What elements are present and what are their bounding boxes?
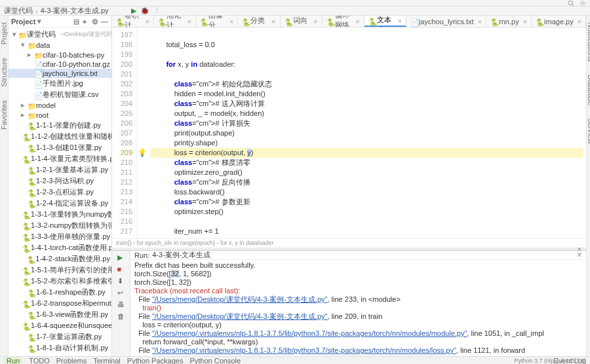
favorites-tool-tab[interactable]: Favorites [0,98,8,132]
status-todo[interactable]: TODO [29,357,50,365]
tree-file[interactable]: 🐍1-1-4-张量元素类型转换.py [9,153,111,164]
close-tab-icon[interactable]: × [355,18,359,26]
python-file-icon: 🐍 [536,18,542,25]
run-console[interactable]: Run: 4-3-案例-文本生成 ✕ Prefix dict has been … [130,251,586,356]
print-icon[interactable]: 🖶 [117,300,125,308]
gear-icon[interactable] [580,0,586,7]
close-tab-icon[interactable]: × [523,18,527,26]
tree-root[interactable]: ▾ 📁 课堂代码 ~/Desktop/课堂代码 [9,29,111,40]
search-icon[interactable] [568,0,574,7]
status-python-console[interactable]: Python Console [189,357,241,365]
status-terminal[interactable]: Terminal [93,357,121,365]
tree-folder[interactable]: ▸📁model [9,100,111,110]
svg-point-0 [568,1,572,5]
stop-icon[interactable]: ■ [117,265,125,273]
close-tab-icon[interactable]: × [271,18,275,26]
tree-file[interactable]: 🐍1-6-1-reshape函数.py [9,287,111,298]
close-tab-icon[interactable]: × [187,18,191,26]
code-editor[interactable]: total_loss = 0.0 for x, y in dataloader:… [148,27,586,238]
editor-tab[interactable]: 🐍rnn.py× [486,16,532,27]
console-output[interactable]: Prefix dict has been built successfully.… [130,260,586,356]
editor-breadcrumb[interactable]: train() › for epoch_idx in range(epoch) … [112,238,586,247]
tree-file[interactable]: 🐍1-2-4-指定运算设备.py [9,198,111,209]
tree-file[interactable]: 🐍1-5-1-简单行列索引的使用.py [9,264,111,276]
close-tab-icon[interactable]: × [478,18,482,26]
editor-tab[interactable]: 🐍3-2-卷积计算.py× [112,16,154,27]
tree-file[interactable]: 🐍1-1-3-创建01张量.py [9,142,111,153]
tree-file[interactable]: 📄卷积机智能课.csv [9,89,111,100]
sciview-tab[interactable]: SciView [587,116,590,147]
notifications-tab[interactable]: Notifications [587,20,590,64]
tree-file[interactable]: 🐍1-6-3-view函数使用.py [9,309,111,320]
traceback-file-link[interactable]: "/Users/meng/.virtualenvs/nlp-1.8.1-3.7.… [152,346,456,354]
tree-file[interactable]: 🐍1-3-2-numpy数组转换为张量.py [9,220,111,231]
tree-file[interactable]: 🐍1-1-2-创建线性张量和随机张量.py [9,131,111,142]
intention-bulb-icon[interactable]: 💡 [138,148,147,158]
hide-panel-icon[interactable]: — [101,18,109,26]
chevron-right-icon: › [35,7,38,15]
project-tool-tab[interactable]: Project [0,20,8,47]
editor-tab[interactable]: 🐍image.py× [532,16,586,27]
status-interpreter[interactable]: Python 3.7 (nlp-1.8.1-3.7.5) [514,357,586,364]
status-problems[interactable]: Problems [56,357,87,365]
python-file-icon: 🐍 [22,300,29,307]
locate-icon[interactable]: ⌖ [83,18,90,26]
tree-file[interactable]: 🐍1-2-1-张量基本运算.py [9,164,111,175]
debug-icon[interactable]: 🐞 [140,7,149,15]
project-tree[interactable]: ▾ 📁 课堂代码 ~/Desktop/课堂代码 ▾📁data▸📁cifar-10… [9,27,111,356]
editor-tab[interactable]: 🐍3-4-图像分类.py× [196,16,238,27]
tree-file[interactable]: 📄手绘图片.jpg [9,78,111,89]
tree-file[interactable]: 📄cifar-10-python.tar.gz [9,60,111,69]
editor-tab[interactable]: 🐍3-3-池化计算.py× [154,16,196,27]
breadcrumb-root[interactable]: 课堂代码 [4,6,33,16]
tree-file[interactable]: 🐍1-6-2-transpose和permute函数.py [9,298,111,309]
traceback-file-link[interactable]: "/Users/meng/Desktop/课堂代码/4-3-案例-文本生成.py… [152,295,328,303]
tree-file[interactable]: 🐍1-4-1-torch-cat函数使用.py [9,242,111,253]
run-config-name[interactable]: 4-3-案例-文本生成 [152,251,210,260]
structure-tool-tab[interactable]: Structure [0,55,8,90]
rerun-icon[interactable]: ▶ [117,253,125,261]
python-file-icon: 🐍 [28,178,34,185]
collapse-all-icon[interactable]: ⊟ [73,18,81,26]
tree-file[interactable]: 📄jaychou_lyrics.txt [9,69,111,78]
close-tab-icon[interactable]: × [397,17,401,25]
split-handle[interactable] [112,247,586,250]
editor-tab[interactable]: 🐍4-2-循环网络层.py× [323,16,364,27]
close-tab-icon[interactable]: × [313,18,317,26]
tree-file[interactable]: 🐍1-1-1-张量的创建.py [9,120,111,131]
tree-folder[interactable]: ▸📁cifar-10-batches-py [9,50,111,60]
tree-folder[interactable]: ▸📁root [9,110,111,120]
more-run-icon[interactable]: ⋮ [153,7,161,15]
editor-tab[interactable]: 📄jaychou_lyrics.txt× [406,16,486,27]
tree-file[interactable]: 🐍1-5-2-布尔索引和多维索引.py [9,276,111,287]
close-tab-icon[interactable]: × [578,18,581,26]
run-status-button[interactable]: Run [4,357,22,365]
run-play-icon[interactable]: ▶ [131,7,136,15]
tree-file[interactable]: 🐍1-4-2-stack函数使用.py [9,253,111,264]
soft-wrap-icon[interactable]: ↩ [117,289,125,297]
tree-folder[interactable]: ▾📁data [9,40,111,50]
tree-file[interactable]: 🐍1-3-1-张量转换为numpy数组.py [9,209,111,220]
python-file-icon: 🐍 [22,323,29,329]
tree-file[interactable]: 🐍1-2-3-阿达玛积.py [9,175,111,187]
trash-icon[interactable]: 🗑 [117,312,125,320]
tree-file[interactable]: 🐍1-8-1-自动计算机制.py [9,342,111,354]
status-python-packages[interactable]: Python Packages [127,357,184,365]
close-tab-icon[interactable]: × [146,18,149,26]
editor-tab[interactable]: 🐍4-1-词向量.py× [281,16,323,27]
tree-file[interactable]: 🐍1-6-4-squeeze和unsqueeze函数使用.py [9,320,111,331]
database-tab[interactable]: Database [587,72,590,108]
tree-file[interactable]: 🐍1-3-3-使用单独的张量.py [9,231,111,242]
editor-tab[interactable]: 🐍4-3-案例-文本生成.py× [364,16,406,27]
editor-tabs[interactable]: 🐍3-2-卷积计算.py×🐍3-3-池化计算.py×🐍3-4-图像分类.py×🐍… [112,16,586,27]
python-file-icon: 🐍 [28,289,34,296]
traceback-file-link[interactable]: "/Users/meng/.virtualenvs/nlp-1.8.1-3.7.… [152,329,467,337]
close-tab-icon[interactable]: × [229,18,233,26]
tree-file[interactable]: 🐍1-7-张量运算函数.py [9,331,111,342]
tree-file[interactable]: 🐍1-2-3-点积运算.py [9,187,111,198]
step-down-icon[interactable]: ⬇ [117,277,125,285]
gear-icon[interactable]: ⚙ [92,18,100,26]
editor-tab[interactable]: 🐍3-4-图像分类完成.py× [238,16,280,27]
traceback-file-link[interactable]: "/Users/meng/Desktop/课堂代码/4-3-案例-文本生成.py… [152,312,328,320]
breadcrumb-file[interactable]: 4-3-案例-文本生成.py [41,6,109,16]
